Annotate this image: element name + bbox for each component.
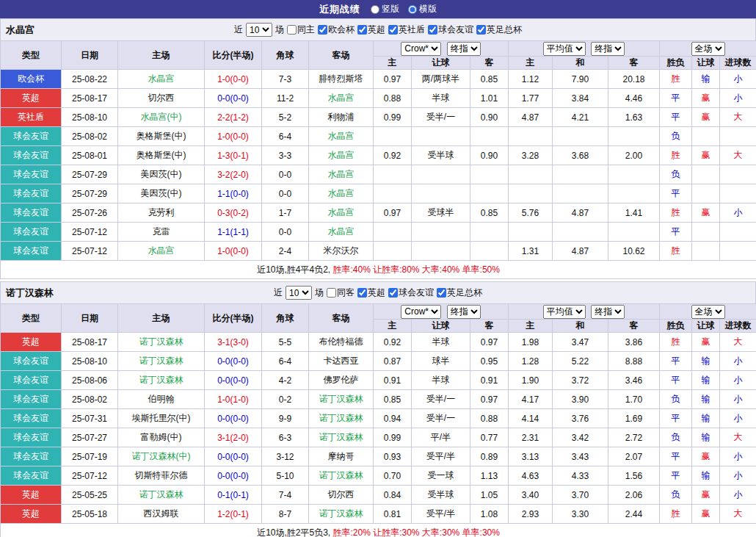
match-row: 球会友谊25-07-19诺丁汉森林(中)0-0(0-0)3-12摩纳哥0.93受… (1, 447, 756, 466)
odds-away: 0.90 (470, 146, 509, 165)
league-filter-1-checkbox[interactable] (357, 25, 367, 35)
avg-away: 10.62 (608, 242, 660, 261)
venue-filter[interactable]: 同主 (287, 24, 315, 36)
home-team: 伯明翰 (118, 390, 205, 409)
league-filter-2-checkbox[interactable] (437, 288, 446, 298)
league-filter-0-checkbox[interactable] (357, 288, 367, 298)
summary-cell: 近10场,胜2平5负3, 胜率:20% 让胜率:30% 大率:30% 单率:30… (1, 524, 756, 537)
match-row: 球会友谊25-07-29美因茨(中)3-2(2-0)0-0水晶宫负 (1, 165, 756, 184)
col-score: 比分(半场) (205, 41, 262, 70)
odds-away: 0.89 (470, 447, 509, 466)
col-avg-away: 客 (608, 320, 660, 333)
league-filter-1-checkbox[interactable] (388, 288, 398, 298)
handicap-result (692, 165, 720, 184)
corners: 0-0 (262, 223, 309, 242)
match-row: 球会友谊25-08-02伯明翰1-0(1-0)0-2诺丁汉森林0.85受半/一0… (1, 390, 756, 409)
match-date: 25-08-10 (62, 108, 118, 127)
col-away: 客场 (309, 304, 374, 333)
odds-handicap (412, 184, 470, 203)
avg-home: 3.40 (509, 486, 553, 505)
avg-draw: 3.68 (553, 146, 608, 165)
summary-stats: 胜率:20% 让胜率:30% 大率:30% 单率:30% (333, 527, 500, 537)
goals-result: 小 (720, 447, 756, 466)
corners: 7-4 (262, 486, 309, 505)
venue-filter[interactable]: 同客 (327, 286, 355, 299)
summary-cell: 近10场,胜4平4负2, 胜率:40% 让胜率:80% 大率:40% 单率:50… (1, 261, 756, 279)
filter-bar: 近10场同主欧会杯英超英社盾球会友谊英足总杯 (234, 23, 522, 37)
away-team: 切尔西 (309, 486, 374, 505)
summary-lead: 近10场,胜2平5负3, (257, 527, 332, 537)
odds-company-select[interactable]: Crow* (401, 305, 441, 319)
col-home: 主场 (118, 304, 205, 333)
league-filter-4[interactable]: 英足总杯 (476, 24, 522, 36)
odds-handicap (412, 242, 470, 261)
handicap-result (692, 242, 720, 261)
home-team: 水晶宫(中) (118, 108, 205, 127)
league-filter-0-checkbox[interactable] (318, 25, 327, 35)
odds-handicap: 受平/半 (412, 505, 470, 524)
home-team: 诺丁汉森林 (118, 333, 205, 352)
match-date: 25-08-17 (62, 333, 118, 352)
home-team: 克雷 (118, 223, 205, 242)
avg-away (608, 223, 660, 242)
scope-select[interactable]: 全场 (691, 305, 725, 319)
odds-handicap: 受半/一 (412, 409, 470, 428)
odds-company-select[interactable]: Crow* (401, 42, 441, 56)
corners: 2-4 (262, 242, 309, 261)
score: 0-0(0-0) (205, 371, 262, 390)
league-filter-0[interactable]: 欧会杯 (318, 24, 355, 36)
avg-draw: 3.47 (553, 333, 608, 352)
avg-draw: 3.84 (553, 89, 608, 108)
match-row: 英超25-08-17诺丁汉森林3-1(3-0)5-5布伦特福德0.92半球0.9… (1, 333, 756, 352)
corners: 0-0 (262, 184, 309, 203)
league-filter-3-checkbox[interactable] (428, 25, 437, 35)
layout-radio-1[interactable] (408, 5, 417, 14)
league-filter-2-checkbox[interactable] (388, 25, 398, 35)
avg-away (608, 127, 660, 146)
match-count-select[interactable]: 10 (286, 286, 312, 300)
odds-home: 0.91 (374, 371, 412, 390)
scope-select[interactable]: 全场 (691, 42, 725, 56)
odds-stage-select[interactable]: 终指 (447, 42, 481, 56)
avg-draw: 3.43 (553, 447, 608, 466)
col-odds-away: 客 (470, 57, 509, 70)
venue-filter-checkbox[interactable] (287, 25, 297, 35)
avg-select[interactable]: 平均值 (543, 305, 586, 319)
avg-stage-select[interactable]: 终指 (591, 42, 625, 56)
match-date: 25-08-02 (62, 127, 118, 146)
league-filter-1[interactable]: 英超 (357, 24, 385, 36)
avg-draw: 3.30 (553, 505, 608, 524)
layout-radio-0[interactable] (371, 5, 379, 14)
match-date: 25-08-10 (62, 352, 118, 371)
league-badge: 英社盾 (1, 108, 62, 127)
avg-select[interactable]: 平均值 (543, 42, 586, 56)
league-filter-4-checkbox[interactable] (476, 25, 486, 35)
home-team: 克劳利 (118, 203, 205, 223)
odds-handicap: 平/半 (412, 428, 470, 447)
league-filter-1[interactable]: 球会友谊 (388, 286, 434, 299)
match-row: 欧会杯25-08-22水晶宫1-0(0-0)7-3腓特烈斯塔0.97两/两球半0… (1, 70, 756, 89)
league-filter-2[interactable]: 英社盾 (388, 24, 425, 36)
match-count-select[interactable]: 10 (246, 23, 272, 37)
away-team: 水晶宫 (309, 146, 374, 165)
col-result: 胜负 (660, 57, 692, 70)
goals-result (720, 184, 756, 203)
league-filter-0[interactable]: 英超 (357, 286, 385, 299)
result: 胜 (660, 146, 692, 165)
away-team: 诺丁汉森林 (309, 409, 374, 428)
odds-away: 1.13 (470, 466, 509, 486)
match-date: 25-07-12 (62, 242, 118, 261)
odds-handicap (412, 127, 470, 146)
near-label: 近 (274, 286, 283, 299)
venue-filter-checkbox[interactable] (327, 288, 336, 298)
league-filter-3[interactable]: 球会友谊 (428, 24, 473, 36)
avg-draw (553, 127, 608, 146)
odds-stage-select[interactable]: 终指 (447, 305, 481, 319)
avg-draw: 4.87 (553, 203, 608, 223)
avg-stage-select[interactable]: 终指 (591, 305, 625, 319)
layout-option-0[interactable]: 竖版 (371, 3, 399, 15)
score: 3-1(2-0) (205, 428, 262, 447)
avg-draw: 4.87 (553, 242, 608, 261)
league-filter-2[interactable]: 英足总杯 (437, 286, 482, 299)
layout-option-1[interactable]: 横版 (408, 3, 437, 15)
